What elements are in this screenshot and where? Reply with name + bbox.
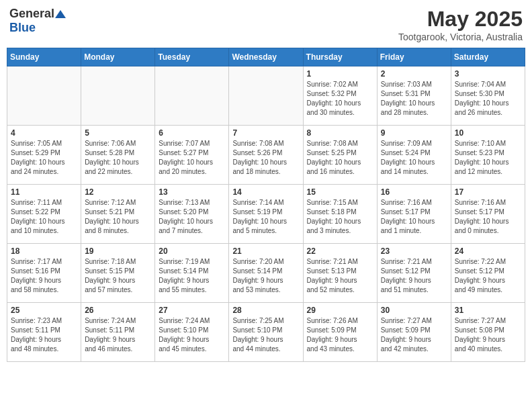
calendar-cell: 4Sunrise: 7:05 AM Sunset: 5:29 PM Daylig…	[7, 126, 81, 185]
logo: General Blue	[9, 7, 66, 35]
day-info: Sunrise: 7:05 AM Sunset: 5:29 PM Dayligh…	[11, 139, 77, 177]
calendar-cell: 28Sunrise: 7:25 AM Sunset: 5:10 PM Dayli…	[229, 303, 303, 362]
day-number: 18	[11, 246, 77, 256]
calendar-cell: 19Sunrise: 7:18 AM Sunset: 5:15 PM Dayli…	[81, 244, 155, 303]
calendar-cell: 18Sunrise: 7:17 AM Sunset: 5:16 PM Dayli…	[7, 244, 81, 303]
day-info: Sunrise: 7:18 AM Sunset: 5:15 PM Dayligh…	[85, 257, 151, 295]
day-info: Sunrise: 7:11 AM Sunset: 5:22 PM Dayligh…	[11, 198, 77, 236]
calendar-cell: 9Sunrise: 7:09 AM Sunset: 5:24 PM Daylig…	[377, 126, 451, 185]
day-number: 22	[307, 246, 373, 256]
day-number: 7	[232, 128, 299, 138]
weekday-header-thursday: Thursday	[303, 48, 377, 66]
day-number: 27	[159, 306, 225, 315]
day-number: 30	[381, 306, 447, 315]
calendar-week-row: 4Sunrise: 7:05 AM Sunset: 5:29 PM Daylig…	[7, 126, 525, 185]
day-number: 12	[85, 187, 151, 197]
day-info: Sunrise: 7:20 AM Sunset: 5:14 PM Dayligh…	[232, 257, 299, 295]
day-number: 13	[159, 187, 225, 197]
title-block: May 2025 Tootgarook, Victoria, Australia	[398, 7, 523, 42]
weekday-header-row: SundayMondayTuesdayWednesdayThursdayFrid…	[7, 48, 525, 66]
day-info: Sunrise: 7:08 AM Sunset: 5:26 PM Dayligh…	[232, 139, 299, 177]
day-info: Sunrise: 7:16 AM Sunset: 5:17 PM Dayligh…	[455, 198, 521, 236]
calendar-cell: 24Sunrise: 7:22 AM Sunset: 5:12 PM Dayli…	[451, 244, 525, 303]
day-number: 5	[85, 128, 151, 138]
calendar-cell: 14Sunrise: 7:14 AM Sunset: 5:19 PM Dayli…	[229, 185, 303, 244]
calendar-cell: 5Sunrise: 7:06 AM Sunset: 5:28 PM Daylig…	[81, 126, 155, 185]
weekday-header-sunday: Sunday	[7, 48, 81, 66]
calendar-cell: 17Sunrise: 7:16 AM Sunset: 5:17 PM Dayli…	[451, 185, 525, 244]
day-info: Sunrise: 7:10 AM Sunset: 5:23 PM Dayligh…	[455, 139, 521, 177]
day-info: Sunrise: 7:15 AM Sunset: 5:18 PM Dayligh…	[307, 198, 373, 236]
calendar-cell: 16Sunrise: 7:16 AM Sunset: 5:17 PM Dayli…	[377, 185, 451, 244]
day-info: Sunrise: 7:06 AM Sunset: 5:28 PM Dayligh…	[85, 139, 151, 177]
calendar-week-row: 11Sunrise: 7:11 AM Sunset: 5:22 PM Dayli…	[7, 185, 525, 244]
day-number: 14	[232, 187, 299, 197]
calendar-cell: 2Sunrise: 7:03 AM Sunset: 5:31 PM Daylig…	[377, 66, 451, 126]
day-info: Sunrise: 7:13 AM Sunset: 5:20 PM Dayligh…	[159, 198, 225, 236]
day-info: Sunrise: 7:23 AM Sunset: 5:11 PM Dayligh…	[11, 316, 77, 354]
calendar-cell: 7Sunrise: 7:08 AM Sunset: 5:26 PM Daylig…	[229, 126, 303, 185]
calendar-cell: 30Sunrise: 7:27 AM Sunset: 5:09 PM Dayli…	[377, 303, 451, 362]
calendar-cell: 12Sunrise: 7:12 AM Sunset: 5:21 PM Dayli…	[81, 185, 155, 244]
day-number: 6	[159, 128, 225, 138]
day-info: Sunrise: 7:17 AM Sunset: 5:16 PM Dayligh…	[11, 257, 77, 295]
day-number: 4	[11, 128, 77, 138]
page-location: Tootgarook, Victoria, Australia	[398, 32, 523, 42]
day-info: Sunrise: 7:21 AM Sunset: 5:12 PM Dayligh…	[381, 257, 447, 295]
calendar-cell: 20Sunrise: 7:19 AM Sunset: 5:14 PM Dayli…	[155, 244, 229, 303]
calendar-week-row: 25Sunrise: 7:23 AM Sunset: 5:11 PM Dayli…	[7, 303, 525, 362]
calendar-week-row: 1Sunrise: 7:02 AM Sunset: 5:32 PM Daylig…	[7, 66, 525, 126]
day-number: 1	[307, 69, 373, 79]
day-info: Sunrise: 7:26 AM Sunset: 5:09 PM Dayligh…	[307, 316, 373, 354]
day-number: 15	[307, 187, 373, 197]
calendar-cell: 15Sunrise: 7:15 AM Sunset: 5:18 PM Dayli…	[303, 185, 377, 244]
calendar-cell: 21Sunrise: 7:20 AM Sunset: 5:14 PM Dayli…	[229, 244, 303, 303]
logo-general: General	[9, 7, 54, 21]
day-info: Sunrise: 7:14 AM Sunset: 5:19 PM Dayligh…	[232, 198, 299, 236]
day-info: Sunrise: 7:27 AM Sunset: 5:08 PM Dayligh…	[455, 316, 521, 354]
calendar-cell: 3Sunrise: 7:04 AM Sunset: 5:30 PM Daylig…	[451, 66, 525, 126]
calendar-cell: 13Sunrise: 7:13 AM Sunset: 5:20 PM Dayli…	[155, 185, 229, 244]
page-title: May 2025	[398, 7, 523, 32]
calendar-cell: 29Sunrise: 7:26 AM Sunset: 5:09 PM Dayli…	[303, 303, 377, 362]
day-info: Sunrise: 7:24 AM Sunset: 5:10 PM Dayligh…	[159, 316, 225, 354]
weekday-header-saturday: Saturday	[451, 48, 525, 66]
day-number: 17	[455, 187, 521, 197]
calendar-cell: 26Sunrise: 7:24 AM Sunset: 5:11 PM Dayli…	[81, 303, 155, 362]
calendar-cell: 1Sunrise: 7:02 AM Sunset: 5:32 PM Daylig…	[303, 66, 377, 126]
day-number: 3	[455, 69, 521, 79]
calendar-cell	[155, 66, 229, 126]
weekday-header-tuesday: Tuesday	[155, 48, 229, 66]
day-info: Sunrise: 7:27 AM Sunset: 5:09 PM Dayligh…	[381, 316, 447, 354]
day-number: 31	[455, 306, 521, 315]
day-number: 19	[85, 246, 151, 256]
day-info: Sunrise: 7:25 AM Sunset: 5:10 PM Dayligh…	[232, 316, 299, 354]
day-number: 29	[307, 306, 373, 315]
day-number: 25	[11, 306, 77, 315]
weekday-header-friday: Friday	[377, 48, 451, 66]
day-info: Sunrise: 7:03 AM Sunset: 5:31 PM Dayligh…	[381, 80, 447, 118]
day-info: Sunrise: 7:24 AM Sunset: 5:11 PM Dayligh…	[85, 316, 151, 354]
calendar-cell	[229, 66, 303, 126]
day-info: Sunrise: 7:21 AM Sunset: 5:13 PM Dayligh…	[307, 257, 373, 295]
calendar-cell: 10Sunrise: 7:10 AM Sunset: 5:23 PM Dayli…	[451, 126, 525, 185]
day-number: 20	[159, 246, 225, 256]
calendar-cell: 8Sunrise: 7:08 AM Sunset: 5:25 PM Daylig…	[303, 126, 377, 185]
weekday-header-wednesday: Wednesday	[229, 48, 303, 66]
calendar-table: SundayMondayTuesdayWednesdayThursdayFrid…	[7, 48, 525, 362]
day-number: 23	[381, 246, 447, 256]
day-info: Sunrise: 7:09 AM Sunset: 5:24 PM Dayligh…	[381, 139, 447, 177]
calendar-cell	[7, 66, 81, 126]
day-number: 10	[455, 128, 521, 138]
calendar-cell: 25Sunrise: 7:23 AM Sunset: 5:11 PM Dayli…	[7, 303, 81, 362]
calendar-cell	[81, 66, 155, 126]
day-info: Sunrise: 7:07 AM Sunset: 5:27 PM Dayligh…	[159, 139, 225, 177]
page-header: General Blue May 2025 Tootgarook, Victor…	[7, 7, 525, 42]
calendar-week-row: 18Sunrise: 7:17 AM Sunset: 5:16 PM Dayli…	[7, 244, 525, 303]
day-info: Sunrise: 7:02 AM Sunset: 5:32 PM Dayligh…	[307, 80, 373, 118]
day-number: 26	[85, 306, 151, 315]
logo-blue: Blue	[9, 21, 36, 34]
day-number: 21	[232, 246, 299, 256]
day-number: 8	[307, 128, 373, 138]
day-number: 2	[381, 69, 447, 79]
